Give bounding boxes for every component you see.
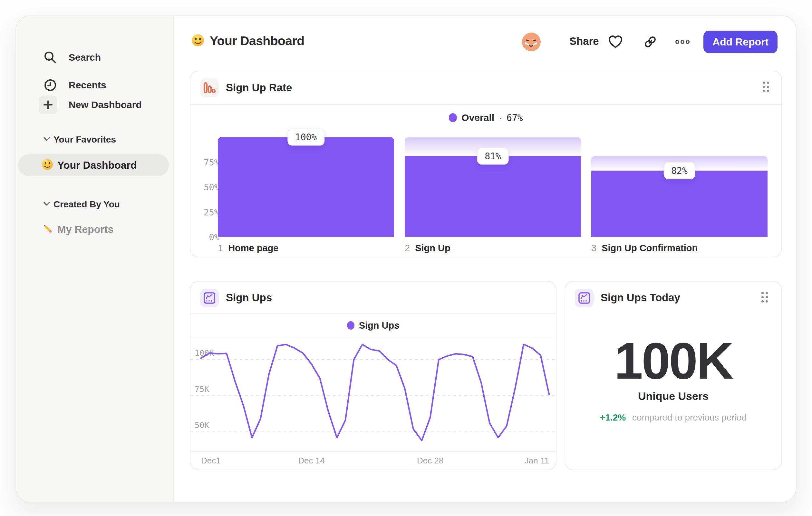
page-title-text: Your Dashboard (210, 34, 304, 48)
sidebar-section-label: Your Favorites (54, 134, 116, 145)
sign-ups-today-card: Sign Ups Today 100K Unique Users +1.2% c… (564, 281, 782, 470)
divider (191, 451, 556, 452)
line-chart-icon (200, 289, 219, 307)
card-title: Sign Ups Today (601, 281, 680, 314)
search-icon (41, 48, 60, 67)
funnel-step-label: 2Sign Up (405, 243, 451, 253)
copy-link-icon[interactable] (642, 34, 658, 50)
funnel-bar[interactable] (405, 156, 581, 237)
sidebar-section-your-favorites[interactable]: Your Favorites (16, 131, 173, 148)
metric-delta-row: +1.2% compared to previous period (565, 412, 781, 423)
funnel-bar[interactable] (218, 137, 394, 237)
sign-ups-series-line[interactable] (201, 345, 549, 440)
metric-unit-label: Unique Users (565, 390, 781, 403)
sign-ups-card: Sign Ups Sign Ups 100K75K50K Dec1Dec 14D… (190, 281, 556, 470)
divider (191, 314, 556, 314)
funnel-plot-area[interactable]: 75%50%25%0%100%1Home page81%2Sign Up82%3… (191, 71, 781, 257)
x-axis-labels: Dec1Dec 14Dec 28Jan 11 (191, 456, 556, 469)
sidebar-item-my-reports[interactable]: My Reports (18, 219, 169, 240)
legend-dot (347, 321, 354, 330)
sidebar-item-label: New Dashboard (69, 99, 142, 110)
line-y-tick: 75K (195, 384, 209, 394)
funnel-step-label: 3Sign Up Confirmation (591, 243, 698, 253)
sidebar-item-label: Search (69, 52, 101, 63)
line-y-tick: 50K (195, 420, 209, 430)
sidebar: Search Recents (16, 16, 174, 502)
line-plot-area[interactable]: 100K75K50K (191, 337, 556, 451)
desktop-background: Search Recents (0, 0, 812, 516)
sign-up-rate-card: Sign Up Rate Overall · 67% 75%50%25%0%10… (190, 71, 782, 257)
funnel-bar[interactable] (591, 171, 767, 237)
card-title: Sign Ups (226, 281, 272, 314)
page-title: Your Dashboard (191, 32, 304, 50)
sidebar-item-label: Your Dashboard (57, 159, 137, 171)
sidebar-item-new-dashboard[interactable]: New Dashboard (16, 87, 173, 123)
conversion-badge: 81% (477, 147, 509, 164)
sidebar-section-label: Created By You (54, 199, 120, 210)
chevron-down-icon (43, 201, 50, 207)
pencil-icon (41, 222, 54, 236)
funnel-y-tick: 25% (191, 207, 220, 217)
sidebar-section-created-by-you[interactable]: Created By You (16, 196, 173, 213)
line-chart-icon (575, 289, 593, 307)
conversion-badge: 100% (287, 129, 324, 146)
drag-handle-icon[interactable] (761, 292, 770, 305)
smiley-icon (41, 158, 54, 172)
line-x-tick: Dec 14 (298, 456, 324, 466)
line-x-tick: Jan 11 (525, 456, 549, 466)
app-window: Search Recents (16, 16, 796, 503)
smiley-icon (191, 33, 205, 48)
chevron-down-icon (43, 137, 50, 142)
metric-value: 100K (565, 331, 781, 390)
funnel-y-tick: 75% (191, 157, 220, 167)
share-button[interactable]: Share (569, 35, 599, 47)
funnel-step-label: 1Home page (218, 243, 279, 253)
delta-value: +1.2% (600, 412, 626, 423)
avatar[interactable] (522, 32, 541, 52)
sidebar-item-your-dashboard[interactable]: Your Dashboard (18, 154, 169, 176)
add-report-button[interactable]: Add Report (703, 31, 778, 53)
more-options-icon[interactable] (675, 34, 690, 50)
favorite-heart-icon[interactable] (608, 34, 623, 50)
plus-icon (39, 96, 57, 114)
legend-series-name: Sign Ups (359, 320, 400, 331)
line-x-tick: Dec 28 (417, 456, 443, 466)
card-header: Sign Ups Today (565, 281, 781, 314)
delta-note: compared to previous period (632, 412, 747, 423)
conversion-badge: 82% (663, 162, 695, 179)
sidebar-item-label: My Reports (57, 223, 113, 236)
line-legend[interactable]: Sign Ups (191, 318, 556, 333)
funnel-y-tick: 0% (191, 232, 220, 242)
card-header: Sign Ups (191, 281, 556, 314)
line-x-tick: Dec1 (201, 456, 221, 466)
sidebar-item-search[interactable]: Search (16, 47, 173, 68)
funnel-y-tick: 50% (191, 182, 220, 192)
